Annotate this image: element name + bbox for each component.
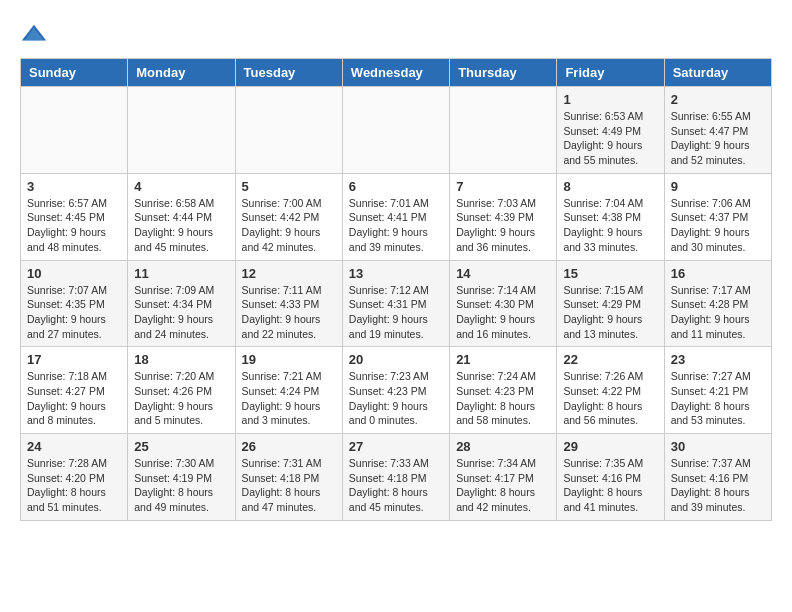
day-info: Sunrise: 7:30 AM Sunset: 4:19 PM Dayligh…	[134, 456, 228, 515]
day-number: 10	[27, 266, 121, 281]
calendar-day-header: Wednesday	[342, 59, 449, 87]
calendar-cell: 4Sunrise: 6:58 AM Sunset: 4:44 PM Daylig…	[128, 173, 235, 260]
day-number: 16	[671, 266, 765, 281]
day-info: Sunrise: 7:35 AM Sunset: 4:16 PM Dayligh…	[563, 456, 657, 515]
day-number: 18	[134, 352, 228, 367]
day-info: Sunrise: 7:03 AM Sunset: 4:39 PM Dayligh…	[456, 196, 550, 255]
calendar-cell: 30Sunrise: 7:37 AM Sunset: 4:16 PM Dayli…	[664, 434, 771, 521]
calendar-cell: 11Sunrise: 7:09 AM Sunset: 4:34 PM Dayli…	[128, 260, 235, 347]
calendar-cell	[342, 87, 449, 174]
day-number: 29	[563, 439, 657, 454]
day-info: Sunrise: 7:01 AM Sunset: 4:41 PM Dayligh…	[349, 196, 443, 255]
calendar-cell: 29Sunrise: 7:35 AM Sunset: 4:16 PM Dayli…	[557, 434, 664, 521]
calendar-header-row: SundayMondayTuesdayWednesdayThursdayFrid…	[21, 59, 772, 87]
day-number: 6	[349, 179, 443, 194]
day-number: 20	[349, 352, 443, 367]
day-info: Sunrise: 7:12 AM Sunset: 4:31 PM Dayligh…	[349, 283, 443, 342]
calendar-cell: 27Sunrise: 7:33 AM Sunset: 4:18 PM Dayli…	[342, 434, 449, 521]
calendar-cell: 5Sunrise: 7:00 AM Sunset: 4:42 PM Daylig…	[235, 173, 342, 260]
day-number: 30	[671, 439, 765, 454]
day-number: 7	[456, 179, 550, 194]
calendar-cell: 26Sunrise: 7:31 AM Sunset: 4:18 PM Dayli…	[235, 434, 342, 521]
calendar-cell: 20Sunrise: 7:23 AM Sunset: 4:23 PM Dayli…	[342, 347, 449, 434]
calendar-cell: 19Sunrise: 7:21 AM Sunset: 4:24 PM Dayli…	[235, 347, 342, 434]
day-info: Sunrise: 7:28 AM Sunset: 4:20 PM Dayligh…	[27, 456, 121, 515]
calendar-cell: 24Sunrise: 7:28 AM Sunset: 4:20 PM Dayli…	[21, 434, 128, 521]
day-info: Sunrise: 7:09 AM Sunset: 4:34 PM Dayligh…	[134, 283, 228, 342]
page-header	[20, 20, 772, 48]
day-info: Sunrise: 6:58 AM Sunset: 4:44 PM Dayligh…	[134, 196, 228, 255]
day-number: 5	[242, 179, 336, 194]
day-info: Sunrise: 7:18 AM Sunset: 4:27 PM Dayligh…	[27, 369, 121, 428]
calendar-cell: 2Sunrise: 6:55 AM Sunset: 4:47 PM Daylig…	[664, 87, 771, 174]
day-number: 26	[242, 439, 336, 454]
calendar-cell: 13Sunrise: 7:12 AM Sunset: 4:31 PM Dayli…	[342, 260, 449, 347]
calendar-day-header: Friday	[557, 59, 664, 87]
day-number: 1	[563, 92, 657, 107]
calendar-cell: 22Sunrise: 7:26 AM Sunset: 4:22 PM Dayli…	[557, 347, 664, 434]
day-info: Sunrise: 7:23 AM Sunset: 4:23 PM Dayligh…	[349, 369, 443, 428]
day-number: 2	[671, 92, 765, 107]
day-info: Sunrise: 7:20 AM Sunset: 4:26 PM Dayligh…	[134, 369, 228, 428]
calendar-cell	[235, 87, 342, 174]
day-info: Sunrise: 7:00 AM Sunset: 4:42 PM Dayligh…	[242, 196, 336, 255]
day-number: 8	[563, 179, 657, 194]
day-info: Sunrise: 7:21 AM Sunset: 4:24 PM Dayligh…	[242, 369, 336, 428]
day-info: Sunrise: 7:37 AM Sunset: 4:16 PM Dayligh…	[671, 456, 765, 515]
day-number: 22	[563, 352, 657, 367]
calendar-cell: 17Sunrise: 7:18 AM Sunset: 4:27 PM Dayli…	[21, 347, 128, 434]
day-number: 19	[242, 352, 336, 367]
day-info: Sunrise: 7:11 AM Sunset: 4:33 PM Dayligh…	[242, 283, 336, 342]
calendar-cell: 12Sunrise: 7:11 AM Sunset: 4:33 PM Dayli…	[235, 260, 342, 347]
calendar-week-row: 17Sunrise: 7:18 AM Sunset: 4:27 PM Dayli…	[21, 347, 772, 434]
calendar-cell: 15Sunrise: 7:15 AM Sunset: 4:29 PM Dayli…	[557, 260, 664, 347]
day-number: 13	[349, 266, 443, 281]
day-number: 28	[456, 439, 550, 454]
logo-icon	[20, 20, 48, 48]
calendar-cell: 21Sunrise: 7:24 AM Sunset: 4:23 PM Dayli…	[450, 347, 557, 434]
day-number: 12	[242, 266, 336, 281]
day-number: 14	[456, 266, 550, 281]
day-info: Sunrise: 7:34 AM Sunset: 4:17 PM Dayligh…	[456, 456, 550, 515]
day-info: Sunrise: 7:04 AM Sunset: 4:38 PM Dayligh…	[563, 196, 657, 255]
calendar-cell: 23Sunrise: 7:27 AM Sunset: 4:21 PM Dayli…	[664, 347, 771, 434]
day-info: Sunrise: 6:57 AM Sunset: 4:45 PM Dayligh…	[27, 196, 121, 255]
calendar-day-header: Monday	[128, 59, 235, 87]
day-info: Sunrise: 6:53 AM Sunset: 4:49 PM Dayligh…	[563, 109, 657, 168]
day-number: 15	[563, 266, 657, 281]
day-info: Sunrise: 7:07 AM Sunset: 4:35 PM Dayligh…	[27, 283, 121, 342]
calendar-day-header: Sunday	[21, 59, 128, 87]
calendar-week-row: 3Sunrise: 6:57 AM Sunset: 4:45 PM Daylig…	[21, 173, 772, 260]
calendar-cell: 10Sunrise: 7:07 AM Sunset: 4:35 PM Dayli…	[21, 260, 128, 347]
calendar-day-header: Tuesday	[235, 59, 342, 87]
calendar-cell	[21, 87, 128, 174]
day-info: Sunrise: 7:24 AM Sunset: 4:23 PM Dayligh…	[456, 369, 550, 428]
calendar-cell: 3Sunrise: 6:57 AM Sunset: 4:45 PM Daylig…	[21, 173, 128, 260]
calendar-cell: 28Sunrise: 7:34 AM Sunset: 4:17 PM Dayli…	[450, 434, 557, 521]
day-info: Sunrise: 7:06 AM Sunset: 4:37 PM Dayligh…	[671, 196, 765, 255]
day-info: Sunrise: 7:27 AM Sunset: 4:21 PM Dayligh…	[671, 369, 765, 428]
calendar-cell: 25Sunrise: 7:30 AM Sunset: 4:19 PM Dayli…	[128, 434, 235, 521]
day-number: 11	[134, 266, 228, 281]
day-number: 3	[27, 179, 121, 194]
calendar-cell: 9Sunrise: 7:06 AM Sunset: 4:37 PM Daylig…	[664, 173, 771, 260]
calendar-cell	[128, 87, 235, 174]
calendar-day-header: Saturday	[664, 59, 771, 87]
day-info: Sunrise: 7:33 AM Sunset: 4:18 PM Dayligh…	[349, 456, 443, 515]
day-info: Sunrise: 7:15 AM Sunset: 4:29 PM Dayligh…	[563, 283, 657, 342]
calendar-cell: 16Sunrise: 7:17 AM Sunset: 4:28 PM Dayli…	[664, 260, 771, 347]
calendar-cell: 7Sunrise: 7:03 AM Sunset: 4:39 PM Daylig…	[450, 173, 557, 260]
day-number: 4	[134, 179, 228, 194]
calendar-cell: 18Sunrise: 7:20 AM Sunset: 4:26 PM Dayli…	[128, 347, 235, 434]
day-info: Sunrise: 7:26 AM Sunset: 4:22 PM Dayligh…	[563, 369, 657, 428]
day-number: 27	[349, 439, 443, 454]
day-number: 25	[134, 439, 228, 454]
day-number: 21	[456, 352, 550, 367]
calendar-cell: 8Sunrise: 7:04 AM Sunset: 4:38 PM Daylig…	[557, 173, 664, 260]
calendar-cell: 1Sunrise: 6:53 AM Sunset: 4:49 PM Daylig…	[557, 87, 664, 174]
day-info: Sunrise: 7:14 AM Sunset: 4:30 PM Dayligh…	[456, 283, 550, 342]
day-number: 23	[671, 352, 765, 367]
day-number: 17	[27, 352, 121, 367]
calendar-week-row: 24Sunrise: 7:28 AM Sunset: 4:20 PM Dayli…	[21, 434, 772, 521]
logo	[20, 20, 54, 48]
